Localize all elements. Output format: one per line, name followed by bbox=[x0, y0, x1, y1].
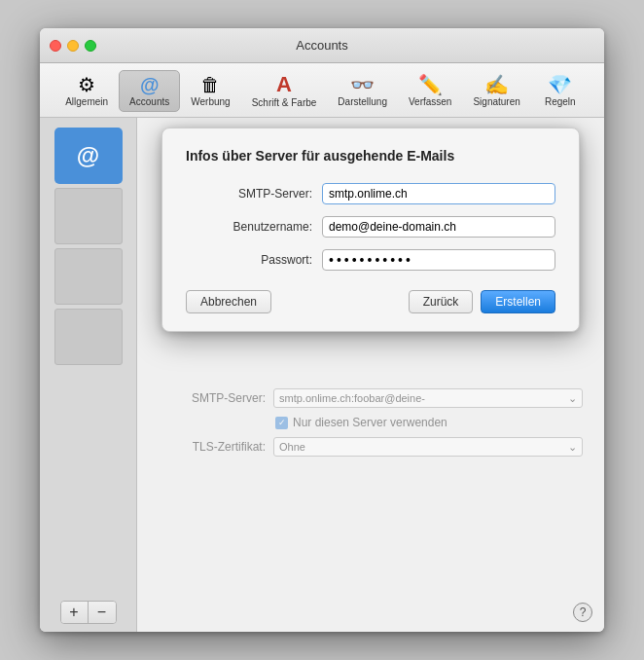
close-button[interactable] bbox=[50, 40, 61, 52]
darstellung-label: Darstellung bbox=[338, 96, 387, 107]
toolbar-item-signaturen[interactable]: ✍️ Signaturen bbox=[462, 70, 530, 112]
toolbar-item-schrift[interactable]: A Schrift & Farbe bbox=[241, 69, 328, 113]
password-input[interactable] bbox=[322, 249, 555, 271]
schrift-label: Schrift & Farbe bbox=[252, 97, 317, 108]
main-panel: SMTP-Server: smtp.onlime.ch:foobar@deine… bbox=[137, 118, 604, 632]
username-input[interactable] bbox=[322, 216, 555, 238]
sidebar-blank-1 bbox=[54, 188, 123, 244]
accounts-icon: @ bbox=[140, 75, 160, 94]
sidebar-controls: + − bbox=[60, 601, 117, 624]
sidebar-blank-3 bbox=[54, 309, 123, 365]
titlebar: Accounts bbox=[40, 28, 604, 63]
toolbar-item-accounts[interactable]: @ Accounts bbox=[119, 70, 180, 112]
toolbar-item-allgemein[interactable]: ⚙ Allgemein bbox=[54, 70, 119, 112]
smtp-row: SMTP-Server: bbox=[186, 183, 555, 204]
back-button[interactable]: Zurück bbox=[409, 290, 474, 313]
verfassen-icon: ✏️ bbox=[418, 75, 443, 94]
app-window: Accounts ⚙ Allgemein @ Accounts 🗑 Werbun… bbox=[40, 28, 604, 632]
verfassen-label: Verfassen bbox=[409, 96, 451, 107]
accounts-label: Accounts bbox=[129, 96, 169, 107]
content-area: @ + − SMTP-Server: smtp.onlime.ch:foobar… bbox=[40, 118, 604, 632]
sidebar-account-item[interactable]: @ bbox=[54, 128, 123, 184]
toolbar-item-regeln[interactable]: 💎 Regeln bbox=[531, 70, 590, 112]
sidebar: @ + − bbox=[40, 118, 137, 632]
center-buttons: Zurück Erstellen bbox=[409, 290, 555, 313]
add-account-button[interactable]: + bbox=[61, 602, 89, 623]
allgemein-icon: ⚙ bbox=[78, 75, 95, 94]
cancel-button[interactable]: Abbrechen bbox=[186, 290, 271, 313]
username-row: Benutzername: bbox=[186, 216, 555, 238]
remove-account-button[interactable]: − bbox=[89, 602, 116, 623]
toolbar-item-darstellung[interactable]: 👓 Darstellung bbox=[327, 70, 398, 112]
signaturen-label: Signaturen bbox=[473, 96, 519, 107]
username-label: Benutzername: bbox=[186, 220, 312, 234]
at-icon: @ bbox=[77, 142, 99, 169]
password-label: Passwort: bbox=[186, 253, 312, 267]
help-button[interactable]: ? bbox=[573, 603, 592, 622]
modal-dialog: Infos über Server für ausgehende E-Mails… bbox=[161, 128, 580, 332]
darstellung-icon: 👓 bbox=[350, 75, 375, 94]
modal-overlay: Infos über Server für ausgehende E-Mails… bbox=[137, 118, 604, 632]
window-title: Accounts bbox=[296, 38, 347, 53]
werbung-icon: 🗑 bbox=[200, 75, 220, 94]
minimize-button[interactable] bbox=[67, 40, 79, 52]
toolbar-item-verfassen[interactable]: ✏️ Verfassen bbox=[398, 70, 462, 112]
sidebar-blank-2 bbox=[54, 248, 123, 305]
maximize-button[interactable] bbox=[85, 40, 96, 52]
signaturen-icon: ✍️ bbox=[484, 75, 509, 94]
regeln-label: Regeln bbox=[545, 96, 576, 107]
password-row: Passwort: bbox=[186, 249, 555, 271]
werbung-label: Werbung bbox=[191, 96, 230, 107]
create-button[interactable]: Erstellen bbox=[481, 290, 555, 313]
traffic-lights bbox=[50, 40, 96, 52]
allgemein-label: Allgemein bbox=[65, 96, 108, 107]
smtp-label: SMTP-Server: bbox=[186, 187, 312, 201]
modal-buttons: Abbrechen Zurück Erstellen bbox=[186, 290, 555, 313]
schrift-icon: A bbox=[276, 74, 292, 95]
modal-title: Infos über Server für ausgehende E-Mails bbox=[186, 148, 555, 164]
smtp-input[interactable] bbox=[322, 183, 555, 204]
toolbar-item-werbung[interactable]: 🗑 Werbung bbox=[180, 70, 240, 112]
toolbar: ⚙ Allgemein @ Accounts 🗑 Werbung A Schri… bbox=[40, 63, 604, 118]
regeln-icon: 💎 bbox=[548, 75, 572, 94]
